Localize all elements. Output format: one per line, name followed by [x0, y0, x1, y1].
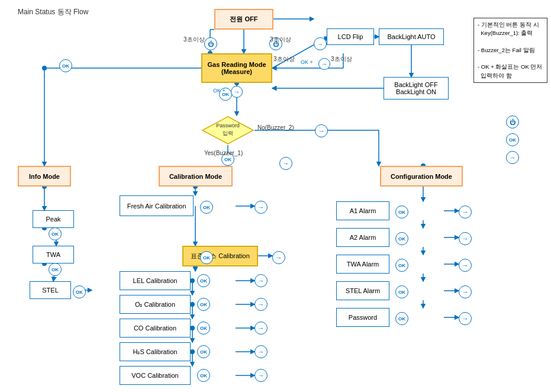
h2s-label: H₂S Calibration	[133, 348, 178, 356]
forward-icon-note[interactable]: →	[506, 151, 519, 164]
twa-alarm-label: TWA Alarm	[347, 261, 379, 268]
lel-label: LEL Calibration	[133, 277, 178, 284]
power-off-node: 전원 OFF	[214, 9, 273, 30]
forward-icon-config-path[interactable]: →	[318, 58, 330, 70]
o2-label: O₂ Calibration	[135, 301, 175, 309]
svg-point-55	[190, 326, 195, 330]
gas-reading-label: Gas Reading Mode(Measure)	[207, 61, 266, 75]
forward-arrow-lel[interactable]: →	[254, 274, 268, 287]
ok-btn-pyo-gas[interactable]: OK	[200, 251, 213, 264]
power-icon-left[interactable]: ⏻	[204, 37, 217, 50]
a1-alarm-label: A1 Alarm	[350, 207, 376, 214]
label-yes-buzzer1: Yes(Buzzer_1)	[204, 150, 243, 156]
voc-node: VOC Calibration	[120, 366, 191, 385]
calibration-mode-node: Calibration Mode	[159, 166, 233, 187]
password-cfg-label: Password	[349, 314, 377, 321]
forward-icon-cal-right[interactable]: →	[279, 157, 292, 170]
page-title: Main Status 동작 Flow	[18, 7, 88, 17]
twa-alarm-node: TWA Alarm	[336, 255, 389, 274]
forward-arrow-a2[interactable]: →	[459, 232, 472, 245]
label-3sec-3: 3초이상	[273, 55, 295, 63]
svg-point-56	[190, 349, 195, 354]
fresh-air-node: Fresh Air Calibration	[120, 195, 194, 216]
forward-arrow-o2[interactable]: →	[254, 298, 268, 311]
password-cfg-node: Password	[336, 308, 389, 327]
info-mode-node: Info Mode	[18, 166, 71, 187]
svg-point-54	[190, 302, 195, 307]
twa-label: TWA	[46, 251, 60, 258]
svg-point-53	[190, 278, 195, 283]
voc-label: VOC Calibration	[131, 372, 178, 379]
ok-btn-peak-twa[interactable]: OK	[49, 227, 62, 240]
label-3sec-1: 3초이상	[183, 36, 205, 44]
backlight-offon-node: BackLight OFFBackLight ON	[384, 77, 449, 99]
lcd-flip-node: LCD Flip	[327, 28, 374, 45]
forward-arrow-twa-alarm[interactable]: →	[459, 259, 472, 272]
ok-btn-info[interactable]: OK	[59, 59, 72, 72]
pyo-gas-node: 표준가스 Calibration	[182, 246, 258, 266]
forward-arrow-a1[interactable]: →	[459, 205, 472, 219]
forward-arrow-voc[interactable]: →	[254, 369, 268, 382]
label-no-buzzer2: No(Buzzer_2)	[257, 124, 294, 131]
ok-btn-lel[interactable]: OK	[197, 274, 210, 287]
ok-btn-voc[interactable]: OK	[197, 369, 210, 382]
a2-alarm-label: A2 Alarm	[350, 234, 376, 241]
ok-btn-o2[interactable]: OK	[197, 298, 210, 311]
o2-node: O₂ Calibration	[120, 295, 191, 314]
ok-btn-stel-alarm[interactable]: OK	[395, 285, 408, 298]
ok-btn-h2s[interactable]: OK	[197, 345, 210, 358]
ok-btn-co[interactable]: OK	[197, 322, 210, 335]
ok-btn-password-cfg[interactable]: OK	[395, 312, 408, 325]
diagram: Main Status 동작 Flow	[0, 0, 551, 392]
ok-btn-stel-end[interactable]: OK	[73, 285, 86, 298]
a1-alarm-node: A1 Alarm	[336, 201, 389, 220]
forward-arrow-fresh-air[interactable]: →	[254, 201, 268, 214]
twa-node: TWA	[33, 246, 74, 264]
svg-text:입력: 입력	[223, 130, 233, 136]
ok-icon-note[interactable]: OK	[506, 133, 519, 146]
forward-icon-backlight[interactable]: →	[314, 37, 327, 50]
calibration-mode-label: Calibration Mode	[169, 173, 222, 180]
power-icon-note[interactable]: ⏻	[506, 115, 519, 128]
power-off-label: 전원 OFF	[230, 15, 257, 24]
ok-plus-arrow-config-label: OK +	[301, 59, 313, 65]
stel-node: STEL	[30, 281, 71, 299]
gas-reading-node: Gas Reading Mode(Measure)	[201, 53, 272, 83]
a2-alarm-node: A2 Alarm	[336, 228, 389, 247]
configuration-mode-node: Configuration Mode	[380, 166, 463, 187]
info-mode-label: Info Mode	[29, 173, 60, 180]
co-label: CO Calibration	[134, 324, 176, 332]
stel-label: STEL	[42, 287, 59, 294]
svg-text:Password: Password	[216, 123, 240, 128]
forward-arrow-pyo-gas[interactable]: →	[272, 251, 285, 264]
ok-btn-a1[interactable]: OK	[395, 205, 408, 219]
configuration-mode-label: Configuration Mode	[391, 173, 452, 180]
backlight-offon-label: BackLight OFFBackLight ON	[394, 81, 437, 95]
label-3sec-4: 3초이상	[331, 55, 352, 63]
peak-label: Peak	[46, 216, 60, 223]
note-box: - 기본적인 버튼 동작 시 Key(Buzzer_1): 출력- Buzzer…	[473, 18, 547, 83]
peak-node: Peak	[33, 210, 74, 228]
forward-icon-no-path[interactable]: →	[315, 124, 328, 137]
h2s-node: H₂S Calibration	[120, 342, 191, 361]
co-node: CO Calibration	[120, 319, 191, 338]
forward-arrow-co[interactable]: →	[254, 322, 268, 335]
ok-plus-arrow-label: OK +	[213, 88, 225, 94]
ok-btn-twa-alarm[interactable]: OK	[395, 259, 408, 272]
label-3sec-2: 3초이상	[270, 36, 291, 44]
svg-point-46	[42, 66, 47, 70]
fresh-air-label: Fresh Air Calibration	[127, 203, 186, 210]
backlight-auto-label: BackLight AUTO	[387, 33, 435, 40]
ok-btn-fresh-air[interactable]: OK	[200, 201, 213, 214]
stel-alarm-label: STEL Alarm	[346, 287, 380, 294]
note-text: - 기본적인 버튼 동작 시 Key(Buzzer_1): 출력- Buzzer…	[478, 21, 542, 79]
ok-btn-a2[interactable]: OK	[395, 232, 408, 245]
forward-arrow-password-cfg[interactable]: →	[459, 312, 472, 325]
forward-arrow-h2s[interactable]: →	[254, 345, 268, 358]
backlight-auto-node: BackLight AUTO	[379, 28, 444, 45]
ok-btn-twa-stel[interactable]: OK	[49, 263, 62, 276]
forward-icon-gas-reading[interactable]: →	[231, 86, 243, 98]
stel-alarm-node: STEL Alarm	[336, 281, 389, 300]
forward-arrow-stel-alarm[interactable]: →	[459, 285, 472, 298]
lcd-flip-label: LCD Flip	[338, 33, 363, 40]
